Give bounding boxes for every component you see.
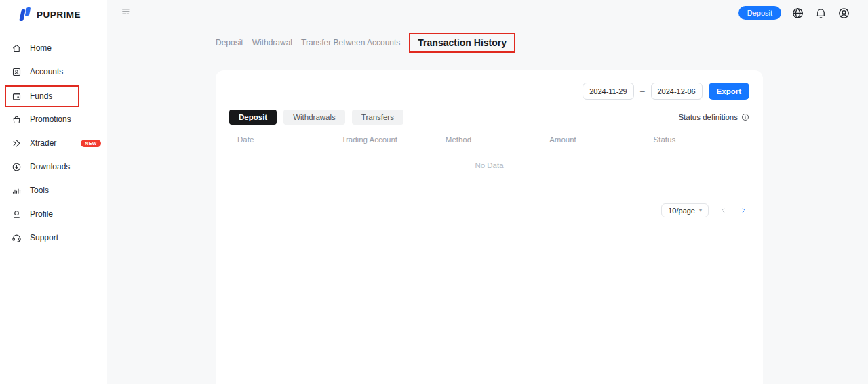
- filter-withdrawals[interactable]: Withdrawals: [283, 110, 345, 125]
- transactions-table: Date Trading Account Method Amount Statu…: [229, 135, 749, 180]
- sidebar-item-home[interactable]: Home: [0, 39, 107, 57]
- tab-transaction-history[interactable]: Transaction History: [409, 33, 515, 53]
- status-definitions-link[interactable]: Status definitions: [678, 113, 749, 121]
- previous-page-button[interactable]: [717, 205, 729, 217]
- sidebar-item-label: Promotions: [30, 114, 71, 124]
- sidebar-item-label: Tools: [30, 186, 49, 195]
- brand-name: PUPRIME: [37, 9, 81, 20]
- page-size-select[interactable]: 10/page ▾: [661, 203, 709, 217]
- column-header-amount: Amount: [541, 135, 645, 144]
- next-page-button[interactable]: [737, 205, 749, 217]
- export-button[interactable]: Export: [709, 83, 749, 100]
- sidebar-item-xtrader[interactable]: Xtrader NEW: [0, 134, 107, 152]
- tab-deposit[interactable]: Deposit: [216, 34, 243, 51]
- pagination: 10/page ▾: [229, 203, 749, 217]
- sidebar-item-tools[interactable]: Tools: [0, 182, 107, 199]
- filter-row: Deposit Withdrawals Transfers Status def…: [229, 110, 749, 125]
- sidebar-item-downloads[interactable]: Downloads: [0, 158, 107, 175]
- sidebar-item-support[interactable]: Support: [0, 229, 107, 247]
- sidebar-item-label: Support: [30, 233, 58, 242]
- sidebar: PUPRIME Home Accounts Funds Promotions: [0, 0, 107, 384]
- new-badge: NEW: [81, 140, 100, 147]
- tab-withdrawal[interactable]: Withdrawal: [252, 34, 292, 51]
- sidebar-item-label: Profile: [30, 209, 53, 219]
- chevron-right-icon: [740, 207, 747, 214]
- deposit-button[interactable]: Deposit: [738, 6, 781, 20]
- topbar-actions: Deposit: [738, 6, 850, 20]
- globe-icon[interactable]: [791, 7, 804, 20]
- puprime-logo-icon: [20, 7, 32, 21]
- funds-icon: [12, 91, 22, 102]
- column-header-trading-account: Trading Account: [333, 135, 437, 144]
- brand-logo[interactable]: PUPRIME: [0, 0, 107, 23]
- date-from-input[interactable]: [583, 83, 634, 100]
- sidebar-item-funds[interactable]: Funds: [5, 85, 79, 107]
- page-size-value: 10/page: [668, 207, 695, 215]
- filter-deposit[interactable]: Deposit: [229, 110, 277, 125]
- column-header-date: Date: [229, 135, 333, 144]
- home-icon: [12, 43, 22, 54]
- sidebar-item-label: Home: [30, 43, 52, 53]
- sidebar-item-label: Funds: [30, 91, 52, 101]
- funds-tabs: Deposit Withdrawal Transfer Between Acco…: [216, 33, 515, 53]
- tools-icon: [12, 186, 22, 196]
- menu-fold-icon[interactable]: [121, 6, 132, 20]
- sidebar-item-promotions[interactable]: Promotions: [0, 110, 107, 128]
- bell-icon[interactable]: [814, 7, 827, 20]
- date-range-row: – Export: [229, 83, 749, 100]
- filter-transfers[interactable]: Transfers: [352, 110, 403, 125]
- support-icon: [12, 233, 22, 243]
- promotions-icon: [12, 114, 22, 125]
- app-root: PUPRIME Home Accounts Funds Promotions: [0, 0, 868, 384]
- downloads-icon: [12, 162, 22, 172]
- sidebar-nav: Home Accounts Funds Promotions Xtrader N…: [0, 39, 107, 247]
- transaction-history-panel: – Export Deposit Withdrawals Transfers S…: [216, 70, 763, 384]
- sidebar-item-accounts[interactable]: Accounts: [0, 63, 107, 81]
- xtrader-icon: [12, 138, 22, 148]
- date-to-input[interactable]: [651, 83, 703, 100]
- status-definitions-label: Status definitions: [678, 113, 738, 121]
- sidebar-item-label: Accounts: [30, 67, 63, 77]
- accounts-icon: [12, 67, 22, 77]
- sidebar-item-label: Xtrader: [30, 138, 56, 148]
- transaction-type-filters: Deposit Withdrawals Transfers: [229, 110, 403, 125]
- sidebar-item-profile[interactable]: Profile: [0, 205, 107, 223]
- info-icon: [741, 113, 749, 121]
- profile-icon: [12, 209, 22, 219]
- empty-state-text: No Data: [229, 150, 749, 180]
- sidebar-item-label: Downloads: [30, 162, 70, 171]
- chevron-down-icon: ▾: [699, 207, 702, 213]
- chevron-left-icon: [719, 207, 727, 214]
- topbar: Deposit: [107, 0, 868, 22]
- tab-transfer-between-accounts[interactable]: Transfer Between Accounts: [301, 34, 400, 51]
- column-header-method: Method: [437, 135, 541, 144]
- column-header-status: Status: [646, 135, 749, 144]
- date-range-separator: –: [640, 87, 645, 96]
- table-header-row: Date Trading Account Method Amount Statu…: [229, 135, 749, 150]
- account-icon[interactable]: [837, 7, 850, 20]
